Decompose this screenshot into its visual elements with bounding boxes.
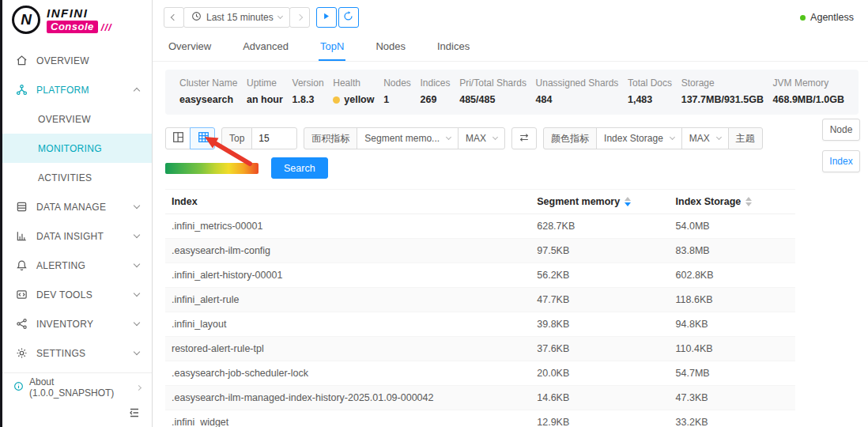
bar-chart-icon xyxy=(15,230,28,243)
search-button[interactable]: Search xyxy=(271,157,328,179)
switch-index-button[interactable]: Index xyxy=(822,150,860,172)
time-range-selector[interactable]: Last 15 minutes xyxy=(183,7,290,28)
tab-indices[interactable]: Indices xyxy=(436,40,471,61)
bell-icon xyxy=(15,259,28,272)
stat-value: 1 xyxy=(383,94,411,105)
stat-value: 269 xyxy=(421,94,451,105)
sidebar-item-platform[interactable]: PLATFORM xyxy=(2,75,152,104)
table-row[interactable]: .infini_alert-history-00001 56.2KB 602.8… xyxy=(165,263,795,288)
color-agg-select[interactable]: MAX xyxy=(681,127,729,149)
sidebar-item-settings[interactable]: SETTINGS xyxy=(2,338,152,368)
stat-label: Health xyxy=(333,77,374,89)
cell-storage: 47.3KB xyxy=(670,386,795,410)
chevron-down-icon xyxy=(134,319,140,326)
cell-storage: 54.7MB xyxy=(670,361,795,386)
sidebar-item-platform-overview[interactable]: OVERVIEW xyxy=(2,104,152,134)
table-row[interactable]: .easysearch-ilm-managed-index-history-20… xyxy=(165,386,795,410)
cluster-tabs: Overview Advanced TopN Nodes Indices xyxy=(153,35,868,62)
stat-value: 137.7MB/931.5GB xyxy=(681,94,764,105)
cell-index: .infini_widget xyxy=(165,410,530,427)
table-row[interactable]: .easysearch-job-scheduler-lock 20.0KB 54… xyxy=(165,361,795,386)
cell-segment: 12.9KB xyxy=(530,410,669,427)
cell-index: .easysearch-ilm-managed-index-history-20… xyxy=(165,386,530,410)
cell-index: .infini_metrics-00001 xyxy=(165,214,530,239)
stat-label: Indices xyxy=(421,77,451,89)
table-view-button[interactable] xyxy=(190,127,215,149)
table-row[interactable]: .infini_layout 39.8KB 94.8KB xyxy=(165,312,795,337)
top-n-input[interactable] xyxy=(251,127,297,149)
stat-value: 1.8.3 xyxy=(292,94,324,105)
stat-value: yellow xyxy=(344,94,374,105)
area-agg-select[interactable]: MAX xyxy=(458,127,505,149)
share-nodes-icon xyxy=(15,318,28,331)
cell-index: .easysearch-ilm-config xyxy=(165,239,530,263)
chevron-down-icon xyxy=(134,261,140,267)
stat-label: Uptime xyxy=(247,77,283,89)
tab-nodes[interactable]: Nodes xyxy=(374,40,407,61)
sidebar-item-monitoring[interactable]: MONITORING xyxy=(2,134,152,163)
info-icon xyxy=(13,381,24,394)
sidebar-item-dev-tools[interactable]: DEV TOOLS xyxy=(2,280,152,309)
brand-text: INFINI Console /// xyxy=(47,6,112,33)
topn-table: Index Segment memory Index Storage xyxy=(165,189,795,427)
stat-version: Version 1.8.3 xyxy=(292,77,324,105)
refresh-button[interactable] xyxy=(338,7,359,28)
stat-uptime: Uptime an hour xyxy=(247,77,283,105)
sidebar-item-label: DEV TOOLS xyxy=(36,289,126,300)
brand-slashes: /// xyxy=(101,21,112,33)
stat-label: Pri/Total Shards xyxy=(459,77,526,89)
cell-storage: 33.2KB xyxy=(670,410,795,427)
sidebar-item-overview[interactable]: OVERVIEW xyxy=(2,46,152,75)
table-row[interactable]: .infini_widget 12.9KB 33.2KB xyxy=(165,410,795,427)
tab-overview[interactable]: Overview xyxy=(167,40,213,61)
table-header-row: Index Segment memory Index Storage xyxy=(165,190,795,214)
area-metric-select[interactable]: Segment memo... xyxy=(357,127,459,149)
table-row[interactable]: .easysearch-ilm-config 97.5KB 83.8MB xyxy=(165,239,795,263)
sidebar-item-data-insight[interactable]: DATA INSIGHT xyxy=(2,221,152,251)
chevron-down-icon xyxy=(134,202,140,209)
time-back-button[interactable] xyxy=(164,7,184,28)
switch-node-button[interactable]: Node xyxy=(822,119,860,141)
chevron-left-icon xyxy=(171,14,177,21)
sidebar-item-activities[interactable]: ACTIVITIES xyxy=(2,163,152,192)
col-header-index-storage: Index Storage xyxy=(670,190,795,214)
area-metric-label: 面积指标 xyxy=(304,127,357,149)
menu-fold-icon[interactable] xyxy=(128,406,141,422)
chevron-up-icon xyxy=(134,88,140,94)
treemap-view-button[interactable] xyxy=(165,127,191,149)
main-panel: Last 15 minutes Agentless Overview Advan… xyxy=(153,0,868,427)
stat-unassigned-shards: Unassigned Shards 484 xyxy=(536,77,619,105)
brand-logo[interactable]: N INFINI Console /// xyxy=(2,0,152,41)
auto-refresh-play-button[interactable] xyxy=(316,7,337,28)
stat-label: Unassigned Shards xyxy=(536,77,619,89)
col-header-index: Index xyxy=(165,190,530,214)
chevron-down-icon xyxy=(670,134,675,140)
sidebar-item-alerting[interactable]: ALERTING xyxy=(2,251,152,280)
time-forward-button[interactable] xyxy=(289,7,310,28)
cell-index: .infini_layout xyxy=(165,312,530,337)
stat-value: 484 xyxy=(536,94,619,105)
home-icon xyxy=(15,55,28,67)
cell-segment: 47.7KB xyxy=(530,288,669,312)
agent-status-label: Agentless xyxy=(810,12,854,23)
color-metric-select[interactable]: Index Storage xyxy=(596,127,682,149)
brand-logo-mark: N xyxy=(12,6,40,34)
table-row[interactable]: restored-alert-rule-tpl 37.6KB 110.4KB xyxy=(165,337,795,361)
sort-carets-icon[interactable] xyxy=(745,197,752,206)
status-dot-icon xyxy=(800,15,806,21)
cell-storage: 602.8KB xyxy=(670,263,795,288)
about-link[interactable]: About (1.0.0_SNAPSHOT) xyxy=(2,373,152,402)
tab-advanced[interactable]: Advanced xyxy=(241,40,290,61)
sidebar-item-inventory[interactable]: INVENTORY xyxy=(2,309,152,338)
sidebar-item-label: SETTINGS xyxy=(36,348,126,359)
sidebar-item-label: ALERTING xyxy=(36,260,126,271)
table-icon xyxy=(198,131,209,145)
stat-label: JVM Memory xyxy=(773,77,844,89)
sidebar-item-data-manage[interactable]: DATA MANAGE xyxy=(2,192,152,221)
tab-topn[interactable]: TopN xyxy=(319,40,345,61)
table-row[interactable]: .infini_metrics-00001 628.7KB 54.0MB xyxy=(165,214,795,239)
sort-carets-icon[interactable] xyxy=(625,197,631,206)
swap-metrics-button[interactable] xyxy=(511,127,537,149)
color-agg-value: MAX xyxy=(689,133,710,144)
table-row[interactable]: .infini_alert-rule 47.7KB 118.6KB xyxy=(165,288,795,312)
